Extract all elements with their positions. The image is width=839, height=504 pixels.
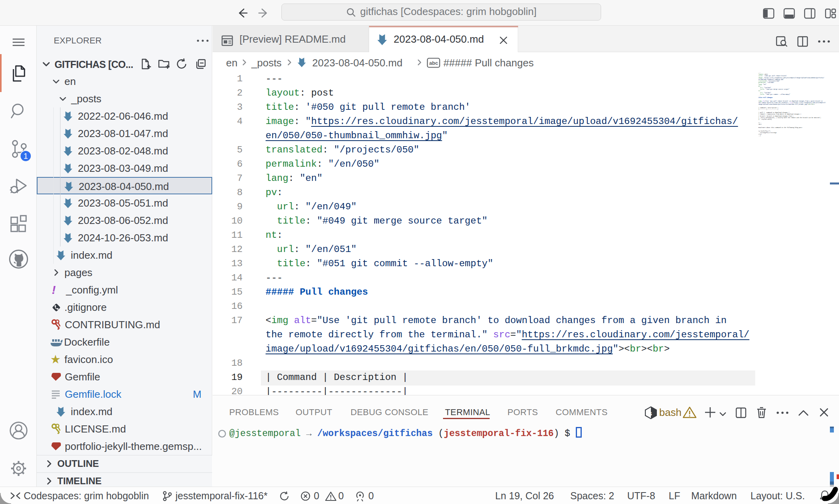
svg-text:abc: abc — [429, 60, 438, 66]
svg-text:$: $ — [649, 411, 652, 417]
